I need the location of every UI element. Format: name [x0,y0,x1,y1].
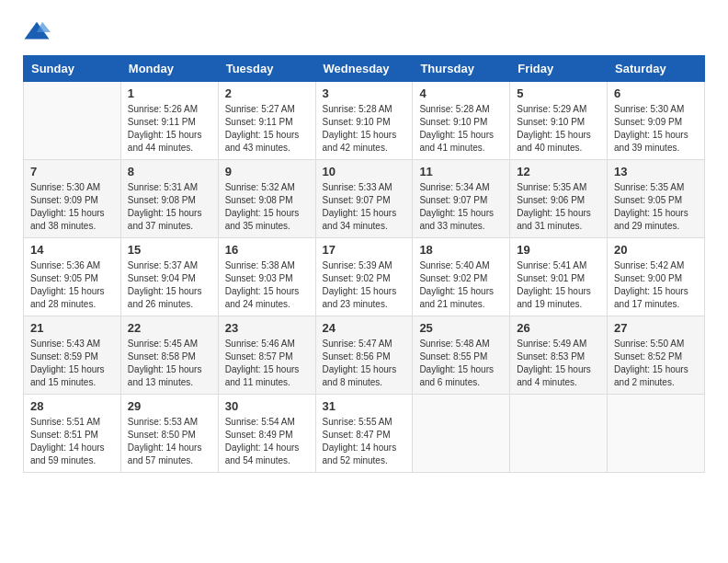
logo [23,18,54,46]
cell-content: Sunrise: 5:35 AM Sunset: 9:05 PM Dayligh… [614,181,698,233]
cell-content: Sunrise: 5:48 AM Sunset: 8:55 PM Dayligh… [419,338,503,389]
calendar-cell: 3Sunrise: 5:28 AM Sunset: 9:10 PM Daylig… [315,82,413,160]
calendar-cell: 5Sunrise: 5:29 AM Sunset: 9:10 PM Daylig… [510,82,608,160]
calendar-cell: 29Sunrise: 5:53 AM Sunset: 8:50 PM Dayli… [120,395,218,473]
day-header-thursday: Thursday [413,56,510,82]
cell-content: Sunrise: 5:30 AM Sunset: 9:09 PM Dayligh… [614,103,698,155]
calendar-cell: 22Sunrise: 5:45 AM Sunset: 8:58 PM Dayli… [120,316,218,395]
calendar-cell: 12Sunrise: 5:35 AM Sunset: 9:06 PM Dayli… [510,160,608,238]
calendar-cell: 24Sunrise: 5:47 AM Sunset: 8:56 PM Dayli… [315,316,413,395]
calendar-cell: 26Sunrise: 5:49 AM Sunset: 8:53 PM Dayli… [510,316,608,395]
calendar-cell [608,395,705,473]
calendar-cell: 13Sunrise: 5:35 AM Sunset: 9:05 PM Dayli… [608,160,705,238]
day-number: 23 [225,321,309,335]
cell-content: Sunrise: 5:46 AM Sunset: 8:57 PM Dayligh… [225,338,309,389]
calendar-cell: 20Sunrise: 5:42 AM Sunset: 9:00 PM Dayli… [608,238,705,316]
cell-content: Sunrise: 5:37 AM Sunset: 9:04 PM Dayligh… [128,259,211,311]
cell-content: Sunrise: 5:29 AM Sunset: 9:10 PM Dayligh… [517,103,600,155]
day-number: 2 [225,86,309,100]
day-number: 7 [30,165,114,178]
calendar-cell: 2Sunrise: 5:27 AM Sunset: 9:11 PM Daylig… [218,82,315,160]
calendar-cell: 10Sunrise: 5:33 AM Sunset: 9:07 PM Dayli… [315,160,413,238]
calendar-cell [24,82,121,160]
cell-content: Sunrise: 5:50 AM Sunset: 8:52 PM Dayligh… [614,338,698,389]
cell-content: Sunrise: 5:53 AM Sunset: 8:50 PM Dayligh… [128,416,211,467]
day-number: 8 [128,165,211,178]
cell-content: Sunrise: 5:42 AM Sunset: 9:00 PM Dayligh… [614,259,698,311]
calendar-cell: 1Sunrise: 5:26 AM Sunset: 9:11 PM Daylig… [120,82,218,160]
day-number: 9 [225,165,309,178]
cell-content: Sunrise: 5:47 AM Sunset: 8:56 PM Dayligh… [323,338,406,389]
day-number: 11 [419,165,503,178]
week-row-2: 7Sunrise: 5:30 AM Sunset: 9:09 PM Daylig… [24,160,705,238]
cell-content: Sunrise: 5:28 AM Sunset: 9:10 PM Dayligh… [419,103,503,155]
calendar-cell: 27Sunrise: 5:50 AM Sunset: 8:52 PM Dayli… [608,316,705,395]
calendar-table: SundayMondayTuesdayWednesdayThursdayFrid… [23,55,705,473]
day-number: 4 [419,86,503,100]
cell-content: Sunrise: 5:45 AM Sunset: 8:58 PM Dayligh… [128,338,211,389]
calendar-cell: 19Sunrise: 5:41 AM Sunset: 9:01 PM Dayli… [510,238,608,316]
calendar-cell [510,395,608,473]
calendar-cell [413,395,510,473]
calendar-cell: 7Sunrise: 5:30 AM Sunset: 9:09 PM Daylig… [24,160,121,238]
cell-content: Sunrise: 5:49 AM Sunset: 8:53 PM Dayligh… [517,338,600,389]
day-number: 19 [517,243,600,257]
day-number: 5 [517,86,600,100]
cell-content: Sunrise: 5:55 AM Sunset: 8:47 PM Dayligh… [323,416,406,467]
day-number: 20 [614,243,698,257]
calendar-cell: 14Sunrise: 5:36 AM Sunset: 9:05 PM Dayli… [24,238,121,316]
day-number: 29 [128,399,211,413]
cell-content: Sunrise: 5:54 AM Sunset: 8:49 PM Dayligh… [225,416,309,467]
cell-content: Sunrise: 5:35 AM Sunset: 9:06 PM Dayligh… [517,181,600,233]
cell-content: Sunrise: 5:36 AM Sunset: 9:05 PM Dayligh… [30,259,114,311]
calendar-cell: 25Sunrise: 5:48 AM Sunset: 8:55 PM Dayli… [413,316,510,395]
day-number: 17 [323,243,406,257]
week-row-5: 28Sunrise: 5:51 AM Sunset: 8:51 PM Dayli… [24,395,705,473]
cell-content: Sunrise: 5:32 AM Sunset: 9:08 PM Dayligh… [225,181,309,233]
day-number: 16 [225,243,309,257]
day-number: 15 [128,243,211,257]
calendar-cell: 17Sunrise: 5:39 AM Sunset: 9:02 PM Dayli… [315,238,413,316]
day-number: 22 [128,321,211,335]
calendar-cell: 4Sunrise: 5:28 AM Sunset: 9:10 PM Daylig… [413,82,510,160]
day-number: 24 [323,321,406,335]
day-number: 30 [225,399,309,413]
calendar-cell: 30Sunrise: 5:54 AM Sunset: 8:49 PM Dayli… [218,395,315,473]
cell-content: Sunrise: 5:26 AM Sunset: 9:11 PM Dayligh… [128,103,211,155]
day-number: 27 [614,321,698,335]
day-header-friday: Friday [510,56,608,82]
calendar-cell: 21Sunrise: 5:43 AM Sunset: 8:59 PM Dayli… [24,316,121,395]
page-header [23,18,705,46]
calendar-cell: 8Sunrise: 5:31 AM Sunset: 9:08 PM Daylig… [120,160,218,238]
cell-content: Sunrise: 5:40 AM Sunset: 9:02 PM Dayligh… [419,259,503,311]
day-number: 26 [517,321,600,335]
logo-icon [23,18,51,46]
cell-content: Sunrise: 5:38 AM Sunset: 9:03 PM Dayligh… [225,259,309,311]
day-header-sunday: Sunday [24,56,121,82]
day-number: 13 [614,165,698,178]
cell-content: Sunrise: 5:51 AM Sunset: 8:51 PM Dayligh… [30,416,114,467]
cell-content: Sunrise: 5:43 AM Sunset: 8:59 PM Dayligh… [30,338,114,389]
day-number: 18 [419,243,503,257]
cell-content: Sunrise: 5:34 AM Sunset: 9:07 PM Dayligh… [419,181,503,233]
cell-content: Sunrise: 5:27 AM Sunset: 9:11 PM Dayligh… [225,103,309,155]
day-number: 1 [128,86,211,100]
week-row-3: 14Sunrise: 5:36 AM Sunset: 9:05 PM Dayli… [24,238,705,316]
calendar-cell: 23Sunrise: 5:46 AM Sunset: 8:57 PM Dayli… [218,316,315,395]
calendar-cell: 6Sunrise: 5:30 AM Sunset: 9:09 PM Daylig… [608,82,705,160]
day-number: 21 [30,321,114,335]
day-header-monday: Monday [120,56,218,82]
day-number: 3 [323,86,406,100]
cell-content: Sunrise: 5:28 AM Sunset: 9:10 PM Dayligh… [323,103,406,155]
calendar-cell: 11Sunrise: 5:34 AM Sunset: 9:07 PM Dayli… [413,160,510,238]
day-number: 10 [323,165,406,178]
cell-content: Sunrise: 5:31 AM Sunset: 9:08 PM Dayligh… [128,181,211,233]
day-number: 14 [30,243,114,257]
day-number: 6 [614,86,698,100]
week-row-4: 21Sunrise: 5:43 AM Sunset: 8:59 PM Dayli… [24,316,705,395]
calendar-cell: 15Sunrise: 5:37 AM Sunset: 9:04 PM Dayli… [120,238,218,316]
day-header-tuesday: Tuesday [218,56,315,82]
calendar-cell: 9Sunrise: 5:32 AM Sunset: 9:08 PM Daylig… [218,160,315,238]
cell-content: Sunrise: 5:39 AM Sunset: 9:02 PM Dayligh… [323,259,406,311]
calendar-cell: 31Sunrise: 5:55 AM Sunset: 8:47 PM Dayli… [315,395,413,473]
